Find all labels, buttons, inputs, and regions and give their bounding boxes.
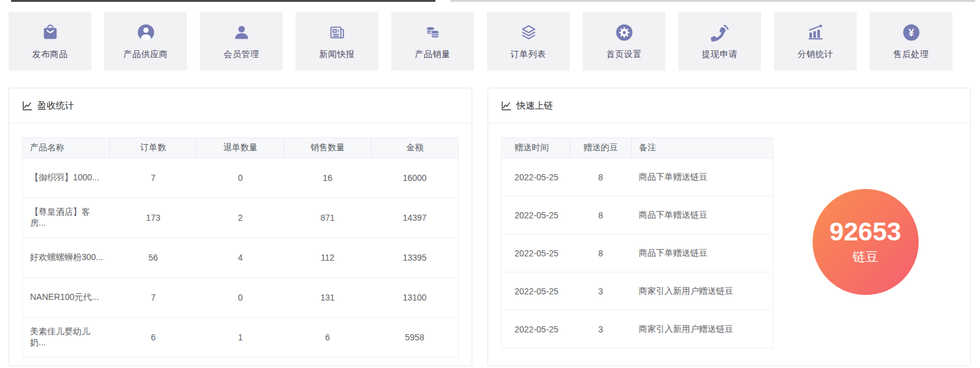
table-cell: 7 — [110, 278, 197, 318]
table-cell: 8 — [570, 196, 632, 234]
quick-action-news-bulletin[interactable]: 新闻快报 — [296, 12, 378, 71]
quick-action-label: 首页设置 — [607, 49, 642, 60]
table-cell: 商品下单赠送链豆 — [632, 158, 773, 196]
quick-chain-panel-header: 快速上链 — [488, 88, 970, 123]
quick-action-label: 售后处理 — [894, 49, 929, 60]
table-cell: 商家引入新用户赠送链豆 — [632, 272, 773, 310]
table-cell: 商家引入新用户赠送链豆 — [632, 310, 773, 348]
quick-action-aftersales[interactable]: ¥ 售后处理 — [870, 12, 952, 71]
panel-title: 盈收统计 — [37, 100, 74, 112]
table-cell: 13100 — [371, 278, 458, 318]
table-cell: 131 — [284, 278, 371, 318]
table-row: 美素佳儿婴幼儿奶...6165958 — [23, 318, 459, 358]
svg-text:¥: ¥ — [908, 26, 914, 37]
column-header: 金额 — [371, 138, 458, 158]
shopping-bag-icon — [41, 23, 59, 42]
revenue-stats-panel: 盈收统计 产品名称订单数退单数量销售数量金额 【御织羽】1000...70161… — [9, 88, 472, 366]
table-cell: 14397 — [371, 198, 458, 238]
table-row: 2022-05-258商品下单赠送链豆 — [502, 196, 773, 234]
chart-line-icon — [501, 101, 511, 111]
table-cell: 2022-05-25 — [502, 272, 570, 310]
table-cell: 【尊皇酒店】客房... — [23, 198, 110, 238]
quick-action-product-sales[interactable]: 产品销量 — [391, 12, 474, 71]
panel-title: 快速上链 — [516, 100, 553, 112]
table-cell: 好欢螺螺蛳粉300... — [23, 238, 110, 278]
quick-action-label: 产品销量 — [415, 49, 451, 60]
coins-icon — [424, 23, 442, 42]
table-cell: 1 — [197, 318, 284, 358]
table-cell: 【御织羽】1000... — [23, 158, 110, 198]
main-content: 盈收统计 产品名称订单数退单数量销售数量金额 【御织羽】1000...70161… — [9, 88, 971, 366]
bar-chart-icon — [806, 23, 825, 42]
quick-action-label: 提现申请 — [702, 49, 738, 60]
yuan-icon: ¥ — [902, 23, 921, 42]
table-cell: 6 — [110, 318, 197, 358]
quick-action-order-list[interactable]: 订单列表 — [487, 12, 570, 71]
table-cell: 2022-05-25 — [502, 196, 570, 234]
user-icon — [232, 23, 251, 42]
table-cell: 112 — [284, 238, 371, 278]
column-header: 销售数量 — [284, 138, 371, 158]
column-header: 备注 — [632, 138, 773, 158]
table-cell: 5958 — [371, 318, 458, 358]
quick-action-member-management[interactable]: 会员管理 — [200, 12, 283, 71]
quick-action-product-supplier[interactable]: 产品供应商 — [104, 12, 187, 71]
table-cell: 商品下单赠送链豆 — [632, 234, 773, 272]
quick-action-homepage-settings[interactable]: 首页设置 — [583, 12, 665, 71]
table-cell: 173 — [110, 198, 197, 238]
table-cell: 13395 — [371, 238, 458, 278]
column-header: 产品名称 — [23, 138, 110, 158]
revenue-table: 产品名称订单数退单数量销售数量金额 【御织羽】1000...701616000【… — [22, 137, 459, 358]
badge-area: 92653 链豆 — [773, 137, 957, 348]
table-row: 好欢螺螺蛳粉300...56411213395 — [23, 238, 459, 278]
table-row: 2022-05-258商品下单赠送链豆 — [502, 234, 773, 272]
table-row: 【尊皇酒店】客房...173287114397 — [23, 198, 459, 238]
quick-actions-row: 发布商品 产品供应商 — [9, 12, 952, 71]
column-header: 退单数量 — [197, 138, 284, 158]
newspaper-icon — [328, 23, 346, 42]
table-cell: 16 — [284, 158, 371, 198]
quick-action-distribution-stats[interactable]: 分销统计 — [774, 12, 857, 71]
quick-chain-panel: 快速上链 赠送时间赠送的豆备注 2022-05-258商品下单赠送链豆2022-… — [488, 88, 971, 366]
column-header: 订单数 — [110, 138, 197, 158]
quick-action-label: 新闻快报 — [320, 49, 355, 60]
revenue-panel-header: 盈收统计 — [9, 88, 472, 123]
table-cell: 商品下单赠送链豆 — [632, 196, 773, 234]
column-header: 赠送的豆 — [570, 138, 632, 158]
chain-bean-total-value: 92653 — [830, 218, 902, 245]
quick-action-label: 产品供应商 — [123, 49, 168, 60]
quick-chain-table: 赠送时间赠送的豆备注 2022-05-258商品下单赠送链豆2022-05-25… — [501, 137, 773, 348]
top-edge-strip-left — [11, 0, 435, 2]
table-cell: 2022-05-25 — [502, 310, 570, 348]
dashboard-screen: 发布商品 产品供应商 — [0, 0, 980, 368]
quick-action-label: 发布商品 — [33, 49, 68, 60]
table-cell: 7 — [110, 158, 197, 198]
table-row: 2022-05-253商家引入新用户赠送链豆 — [502, 272, 773, 310]
table-cell: NANER100元代... — [23, 278, 110, 318]
table-cell: 3 — [570, 310, 632, 348]
table-row: NANER100元代...7013113100 — [23, 278, 459, 318]
top-edge-strip-right — [450, 0, 975, 2]
table-cell: 美素佳儿婴幼儿奶... — [23, 318, 110, 358]
phone-icon — [711, 23, 729, 42]
quick-action-withdrawal-request[interactable]: 提现申请 — [678, 12, 761, 71]
table-cell: 4 — [197, 238, 284, 278]
table-cell: 2 — [197, 198, 284, 238]
table-cell: 2022-05-25 — [502, 234, 570, 272]
table-cell: 3 — [570, 272, 632, 310]
table-row: 【御织羽】1000...701616000 — [23, 158, 459, 198]
quick-action-publish-product[interactable]: 发布商品 — [9, 12, 91, 71]
table-cell: 2022-05-25 — [502, 158, 570, 196]
layers-icon — [519, 23, 538, 42]
supplier-user-icon — [137, 23, 155, 42]
chart-line-icon — [22, 101, 33, 111]
chain-bean-total-badge: 92653 链豆 — [813, 189, 919, 295]
table-cell: 56 — [110, 238, 197, 278]
table-cell: 871 — [284, 198, 371, 238]
table-cell: 16000 — [371, 158, 458, 198]
table-cell: 0 — [197, 278, 284, 318]
table-cell: 0 — [197, 158, 284, 198]
column-header: 赠送时间 — [502, 138, 570, 158]
quick-action-label: 分销统计 — [798, 49, 833, 60]
quick-action-label: 订单列表 — [511, 49, 546, 60]
